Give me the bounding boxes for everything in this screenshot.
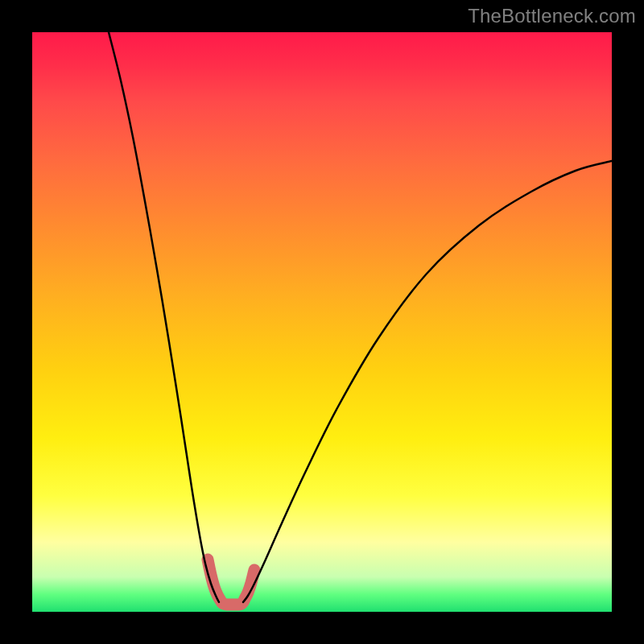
plot-area [32, 32, 612, 612]
curve-right-branch [243, 161, 612, 602]
curve-layer [32, 32, 612, 612]
watermark-text: TheBottleneck.com [468, 5, 636, 27]
curve-left-branch [109, 32, 219, 602]
chart-frame: TheBottleneck.com [0, 0, 644, 644]
